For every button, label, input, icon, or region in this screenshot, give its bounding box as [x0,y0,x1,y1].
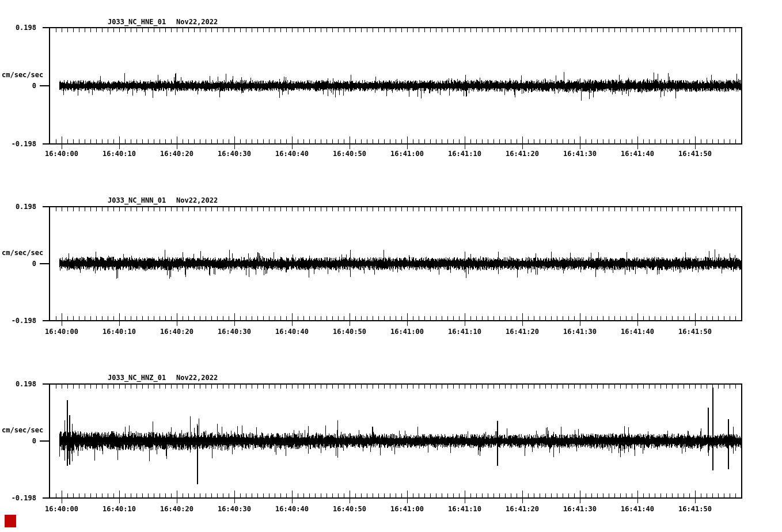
x-tick-label: 16:40:40 [268,150,316,158]
x-tick-label: 16:41:10 [441,150,489,158]
x-tick-label: 16:41:50 [671,505,719,513]
x-tick-label: 16:41:30 [556,505,604,513]
x-tick-label: 16:40:40 [268,505,316,513]
x-tick-label: 16:41:50 [671,150,719,158]
red-marker [5,515,16,527]
x-tick-label: 16:41:50 [671,328,719,336]
y-axis-max-label: 0.198 [0,203,36,211]
x-tick-label: 16:40:50 [325,150,374,158]
x-tick-label: 16:40:20 [153,505,201,513]
x-tick-label: 16:40:50 [325,505,374,513]
x-tick-label: 16:41:20 [498,505,546,513]
x-tick-label: 16:40:30 [210,328,259,336]
y-axis-units-label: cm/sec/sec [2,71,48,79]
x-tick-label: 16:41:00 [383,328,431,336]
date-label: Nov22,2022 [176,196,218,204]
x-tick-label: 16:41:40 [613,150,662,158]
y-axis-units-label: cm/sec/sec [2,426,48,434]
x-tick-label: 16:41:40 [613,328,662,336]
x-tick-label: 16:40:30 [210,505,259,513]
x-tick-label: 16:40:00 [37,328,86,336]
date-label: Nov22,2022 [176,374,218,382]
station-channel-label: J033_NC_HNZ_01 [108,374,166,382]
y-axis-min-label: -0.198 [0,140,36,148]
y-axis-max-label: 0.198 [0,24,36,32]
x-tick-label: 16:40:20 [153,328,201,336]
x-tick-label: 16:40:10 [95,505,143,513]
x-tick-label: 16:41:10 [441,505,489,513]
station-channel-label: J033_NC_HNN_01 [108,196,166,204]
x-tick-label: 16:41:40 [613,505,662,513]
y-axis-max-label: 0.198 [0,380,36,388]
x-tick-label: 16:41:10 [441,328,489,336]
station-channel-label: J033_NC_HNE_01 [108,18,166,26]
x-tick-label: 16:40:50 [325,328,374,336]
x-tick-label: 16:40:20 [153,150,201,158]
x-tick-label: 16:41:00 [383,505,431,513]
date-label: Nov22,2022 [176,18,218,26]
x-tick-label: 16:40:00 [37,505,86,513]
x-tick-label: 16:41:20 [498,150,546,158]
y-axis-min-label: -0.198 [0,317,36,325]
y-axis-min-label: -0.198 [0,494,36,502]
seismogram-canvas [0,0,782,532]
x-tick-label: 16:41:30 [556,150,604,158]
x-tick-label: 16:40:00 [37,150,86,158]
y-axis-zero-label: 0 [0,437,36,445]
x-tick-label: 16:40:30 [210,150,259,158]
x-tick-label: 16:40:10 [95,328,143,336]
x-tick-label: 16:41:30 [556,328,604,336]
y-axis-zero-label: 0 [0,260,36,268]
x-tick-label: 16:40:40 [268,328,316,336]
x-tick-label: 16:40:10 [95,150,143,158]
y-axis-zero-label: 0 [0,82,36,90]
x-tick-label: 16:41:20 [498,328,546,336]
y-axis-units-label: cm/sec/sec [2,249,48,257]
x-tick-label: 16:41:00 [383,150,431,158]
